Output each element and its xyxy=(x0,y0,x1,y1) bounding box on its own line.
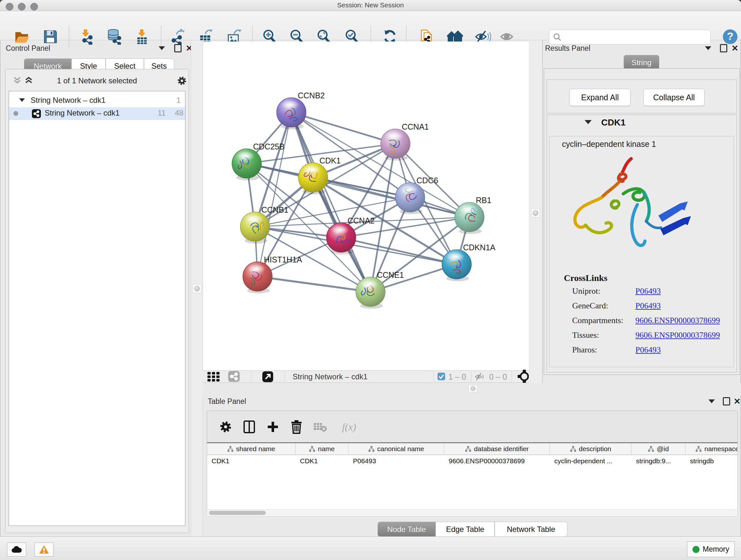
scrollbar-thumb[interactable] xyxy=(209,511,266,515)
column-header-namespace[interactable]: namespace xyxy=(685,443,738,455)
column-sort-icon[interactable] xyxy=(570,446,576,452)
selected-node-edge-count: 1 – 0 xyxy=(448,372,466,381)
results-panel-menu-button[interactable] xyxy=(703,44,713,53)
grid-view-icon[interactable] xyxy=(207,372,222,382)
network-node-CDK1[interactable]: CDK1 xyxy=(298,156,341,194)
cloud-icon xyxy=(11,546,22,553)
collapse-all-button[interactable]: Collapse All xyxy=(643,89,704,106)
results-panel-float-button[interactable] xyxy=(719,44,728,53)
network-edge-CCNA2-CDKN1A[interactable] xyxy=(341,238,457,264)
table-cell[interactable]: CDK1 xyxy=(295,455,348,467)
column-sort-icon[interactable] xyxy=(465,446,471,452)
crosslinks-title: CrossLinks xyxy=(564,273,607,283)
table-header-row: shared namenamecanonical namedatabase id… xyxy=(207,443,738,455)
hidden-node-edge-count: 0 – 0 xyxy=(489,372,507,381)
gene-card-header[interactable]: CDK1 xyxy=(547,115,737,131)
right-splitter-grip[interactable] xyxy=(531,208,540,217)
crosslink-label: Pharos: xyxy=(572,345,597,354)
network-tab-content: 1 of 1 Network selected String Network –… xyxy=(5,69,189,533)
left-splitter-grip[interactable] xyxy=(192,284,201,293)
selected-checkbox-icon[interactable] xyxy=(437,373,445,380)
warnings-button[interactable] xyxy=(35,543,54,557)
svg-text:?: ? xyxy=(727,30,733,42)
detach-view-icon[interactable] xyxy=(262,371,274,383)
collapse-gene-icon[interactable] xyxy=(585,120,592,124)
tab-string[interactable]: String xyxy=(623,55,659,70)
network-node-RB1[interactable]: RB1 xyxy=(455,196,491,234)
column-sort-icon[interactable] xyxy=(695,446,702,452)
network-edge-HIST1H1A-CCNE1[interactable] xyxy=(258,276,370,292)
results-panel-close-button[interactable]: ✕ xyxy=(730,44,740,53)
network-status-dot-icon xyxy=(13,111,18,116)
network-edge-CCNB2-CCNA1[interactable] xyxy=(291,112,395,144)
memory-button[interactable]: Memory xyxy=(687,542,735,557)
network-edge-CCNB2-CCNE1[interactable] xyxy=(291,112,370,292)
tab-edge-table[interactable]: Edge Table xyxy=(435,522,495,537)
crosslink-label: GeneCard: xyxy=(572,301,608,310)
network-list-toolbar: 1 of 1 Network selected xyxy=(5,75,189,86)
table-panel-close-button[interactable]: ✕ xyxy=(732,396,741,406)
table-panel-tabs: Node Table Edge Table Network Table xyxy=(378,522,567,537)
node-label-CCNA2: CCNA2 xyxy=(347,216,375,225)
table-cell[interactable]: stringdb xyxy=(685,455,738,467)
search-input[interactable] xyxy=(564,30,707,43)
network-node-CCNA1[interactable]: CCNA1 xyxy=(381,122,429,161)
crosslink-link[interactable]: P06493 xyxy=(635,345,661,355)
close-icon: ✕ xyxy=(731,44,738,52)
table-cell[interactable]: cyclin-dependent ... xyxy=(550,455,631,467)
table-cell[interactable]: stringdb:9... xyxy=(631,455,685,467)
table-cell[interactable]: P06493 xyxy=(348,455,444,467)
network-canvas[interactable]: CCNB2CCNA1CDC25BCDK1CDC6RB1CCNB1CCNA2CDK… xyxy=(203,42,529,370)
crosslink-link[interactable]: P06493 xyxy=(635,301,661,311)
network-node-CDKN1A[interactable]: CDKN1A xyxy=(442,243,495,281)
column-header-canonical-name[interactable]: canonical name xyxy=(348,443,444,455)
chevron-down-icon xyxy=(705,46,711,50)
column-header-name[interactable]: name xyxy=(295,443,348,455)
cloud-status-button[interactable] xyxy=(7,543,26,557)
horizontal-splitter-grip[interactable] xyxy=(468,385,477,392)
network-node-CCNB2[interactable]: CCNB2 xyxy=(277,91,325,129)
control-panel-float-button[interactable] xyxy=(173,44,183,53)
node-label-CCNE1: CCNE1 xyxy=(377,270,404,279)
tab-node-table[interactable]: Node Table xyxy=(378,522,435,537)
warning-icon xyxy=(39,545,49,554)
control-panel-menu-button[interactable] xyxy=(157,44,166,53)
column-header-shared-name[interactable]: shared name xyxy=(207,443,295,455)
show-columns-button[interactable] xyxy=(241,419,258,435)
table-options-button[interactable] xyxy=(217,419,234,435)
toolbar-separator xyxy=(512,371,512,382)
function-builder-button[interactable]: f(x) xyxy=(335,419,363,435)
column-sort-icon[interactable] xyxy=(648,446,654,452)
delete-column-button[interactable] xyxy=(288,419,305,435)
table-panel-float-button[interactable] xyxy=(722,396,731,406)
clear-table-button[interactable] xyxy=(312,419,328,435)
crosslink-link[interactable]: P06493 xyxy=(635,287,661,296)
create-column-button[interactable] xyxy=(265,419,281,435)
network-node-HIST1H1A[interactable]: HIST1H1A xyxy=(243,255,302,294)
column-header-database-identifier[interactable]: database identifier xyxy=(444,443,550,455)
network-overview-icon[interactable] xyxy=(227,371,240,382)
gene-card-body: cyclin–dependent kinase 1 xyxy=(549,136,734,367)
column-sort-icon[interactable] xyxy=(309,446,315,452)
network-options-gear-icon[interactable] xyxy=(177,75,187,86)
column-sort-icon[interactable] xyxy=(227,446,233,452)
expand-all-button[interactable]: Expand All xyxy=(569,89,630,106)
table-row[interactable]: CDK1CDK1P064939606.ENSP00000378699cyclin… xyxy=(207,455,738,467)
table-cell[interactable]: CDK1 xyxy=(207,455,295,467)
column-header--id[interactable]: @id xyxy=(631,443,685,455)
crosslink-link[interactable]: 9606.ENSP00000378699 xyxy=(635,316,720,325)
table-panel-menu-button[interactable] xyxy=(707,396,717,406)
column-header-description[interactable]: description xyxy=(550,443,631,455)
crosslink-link[interactable]: 9606.ENSP00000378699 xyxy=(635,330,720,340)
network-collection-row[interactable]: String Network – cdk1 1 xyxy=(9,95,185,107)
crosslink-row: Pharos:P06493 xyxy=(572,345,729,360)
tab-network-table[interactable]: Network Table xyxy=(495,522,567,537)
network-row-selected[interactable]: String Network – cdk1 11 48 xyxy=(9,107,185,120)
tree-expander-icon[interactable] xyxy=(19,98,25,102)
chevron-down-icon xyxy=(709,399,715,403)
table-horizontal-scrollbar[interactable] xyxy=(207,509,738,516)
network-node-CCNB1[interactable]: CCNB1 xyxy=(240,205,288,244)
table-cell[interactable]: 9606.ENSP00000378699 xyxy=(444,455,550,467)
column-sort-icon[interactable] xyxy=(368,446,375,452)
control-panel-title: Control Panel xyxy=(6,44,50,53)
